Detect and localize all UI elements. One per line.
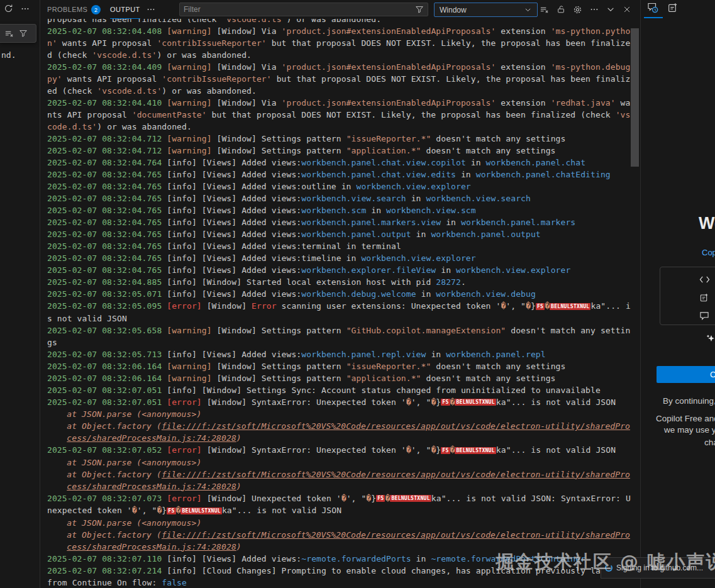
log-segment: in bbox=[366, 206, 386, 215]
log-segment: ka"... is not valid JSON bbox=[496, 397, 616, 407]
log-segment: ) or was abandoned. bbox=[157, 50, 252, 60]
log-segment: [Window] Settings pattern bbox=[212, 146, 346, 155]
close-icon[interactable] bbox=[623, 5, 631, 14]
more-icon[interactable] bbox=[21, 4, 30, 13]
clear-list-icon[interactable] bbox=[4, 29, 14, 38]
log-segment: 'contribIssueReporter' bbox=[162, 74, 271, 84]
log-segment: [Window] Via bbox=[212, 62, 282, 72]
log-segment: 2025-02-07 08:32:04.885 bbox=[47, 277, 167, 287]
log-content: proposal has been finalized (check 'vsco… bbox=[41, 19, 631, 588]
output-channel-value: Window bbox=[440, 6, 467, 14]
log-segment: � bbox=[406, 397, 411, 407]
log-segment: 2025-02-07 08:32:04.765 bbox=[47, 230, 167, 239]
log-segment: 'vscode.d.ts' bbox=[221, 19, 286, 24]
log-segment: [Window] SyntaxError: Unexpected token ' bbox=[202, 397, 406, 407]
log-segment: [Window] Settings pattern bbox=[212, 326, 346, 335]
log-segment: 2025-02-07 08:32:04.409 bbox=[47, 62, 167, 72]
log-segment: 2025-02-07 08:32:05.658 bbox=[47, 326, 167, 335]
log-segment: at Object.factory ( bbox=[67, 421, 162, 431]
filter-input-box bbox=[179, 3, 428, 16]
log-segment: 2025-02-07 08:32:04.765 bbox=[47, 194, 167, 203]
log-segment: Error bbox=[252, 301, 277, 311]
tab-output[interactable]: OUTPUT bbox=[110, 0, 140, 19]
log-segment: workbench.panel.output bbox=[301, 230, 411, 239]
log-segment: � bbox=[526, 301, 531, 311]
log-segment: [info] [Views] Added views: bbox=[167, 194, 301, 203]
unlock-icon[interactable] bbox=[557, 5, 565, 14]
log-segment: [warning] bbox=[167, 326, 211, 335]
log-segment: workbench.view.scm bbox=[386, 206, 476, 215]
log-line: 2025-02-07 08:32:04.712 [warning] [Windo… bbox=[47, 133, 631, 145]
log-segment: [info] [Views] Added views: bbox=[167, 170, 301, 179]
log-segment: workbench.panel.output bbox=[431, 230, 540, 239]
log-segment: "issueReporter.*" bbox=[346, 134, 431, 143]
panel-actions bbox=[540, 0, 631, 19]
log-segment: FS bbox=[536, 303, 545, 310]
more-actions-icon[interactable] bbox=[590, 5, 599, 14]
log-segment: in bbox=[466, 158, 486, 167]
log-segment: [error] bbox=[167, 397, 202, 407]
log-segment: [Window] Unexpected token ' bbox=[202, 494, 341, 503]
log-segment: 'product.json#extensionEnabledApiProposa… bbox=[282, 26, 496, 36]
log-segment: 2025-02-07 08:32:04.408 bbox=[47, 26, 167, 36]
copilot-signin-button[interactable]: C bbox=[657, 366, 715, 383]
log-segment: in bbox=[436, 265, 456, 275]
log-segment: ) bbox=[236, 433, 241, 443]
log-segment: [info] [Views] Added views: bbox=[167, 289, 301, 299]
log-line: 2025-02-07 08:32:05.071 [info] [Views] A… bbox=[47, 288, 631, 300]
clear-output-icon[interactable] bbox=[540, 5, 549, 14]
filter-input[interactable] bbox=[184, 5, 415, 14]
vertical-scrollbar-thumb[interactable] bbox=[631, 28, 639, 167]
log-segment: in bbox=[406, 194, 426, 203]
output-channel-select[interactable]: Window bbox=[434, 3, 538, 17]
copilot-panel-tabs bbox=[646, 2, 678, 14]
log-segment: at JSON.parse (<anonymous>) bbox=[67, 518, 201, 528]
log-segment: � bbox=[545, 301, 550, 311]
log-segment: BELNULSTXNUL bbox=[455, 447, 496, 454]
chevron-down-icon[interactable] bbox=[606, 5, 615, 14]
log-segment: wants API proposal bbox=[57, 38, 157, 48]
copilot-chat-history-icon[interactable] bbox=[646, 2, 659, 14]
settings-gear-icon[interactable] bbox=[573, 5, 582, 14]
log-segment: workbench.panel.markers bbox=[461, 218, 575, 227]
new-chat-icon[interactable] bbox=[667, 3, 678, 13]
log-line: 2025-02-07 08:32:04.765 [info] [Views] A… bbox=[47, 240, 631, 252]
log-segment: "GitHub.copilot.manageExtension" bbox=[346, 326, 506, 335]
log-line: 2025-02-07 08:32:07.214 [info] [Cloud Ch… bbox=[47, 565, 631, 588]
log-line: 2025-02-07 08:32:04.765 [info] [Views] A… bbox=[47, 216, 631, 228]
log-line: 2025-02-07 08:32:04.765 [info] [Views] A… bbox=[47, 169, 631, 180]
log-segment: [info] [Views] Added views: bbox=[167, 265, 301, 275]
log-segment: 'vscode.d.ts' bbox=[92, 50, 157, 60]
log-segment: workbench.view.explorer bbox=[361, 253, 475, 263]
log-segment: � bbox=[132, 506, 137, 515]
tab-problems[interactable]: PROBLEMS bbox=[47, 0, 87, 19]
copilot-features-box bbox=[660, 267, 715, 325]
log-segment: "issueReporter.*" bbox=[346, 362, 431, 371]
log-line: 2025-02-07 08:32:06.164 [warning] [Windo… bbox=[47, 360, 631, 372]
log-segment: [warning] bbox=[167, 146, 211, 155]
log-segment: [Window] Settings pattern bbox=[212, 362, 346, 371]
panel-tabs-more-icon[interactable] bbox=[147, 0, 155, 19]
copilot-info-link[interactable]: Cop bbox=[702, 248, 715, 257]
log-segment: workbench.scm bbox=[301, 206, 366, 215]
log-segment: in bbox=[456, 170, 476, 179]
filter-funnel-icon[interactable] bbox=[415, 5, 424, 14]
log-line: 2025-02-07 08:32:04.409 [warning] [Windo… bbox=[47, 61, 631, 97]
log-segment: 'documentPaste' bbox=[132, 110, 207, 119]
log-segment: workbench.debug.welcome bbox=[301, 289, 416, 299]
log-segment: � bbox=[341, 494, 346, 503]
refresh-icon[interactable] bbox=[4, 4, 13, 13]
log-line: 2025-02-07 08:32:04.765 [info] [Views] A… bbox=[47, 180, 631, 192]
log-segment: 2025-02-07 08:32:04.764 bbox=[47, 158, 167, 167]
log-segment: workbench.view.search bbox=[301, 194, 406, 203]
filter-funnel-icon[interactable] bbox=[19, 29, 28, 38]
log-segment: ) bbox=[236, 542, 241, 552]
log-segment: ~remote.forwardedPortsContainer bbox=[431, 554, 585, 563]
log-segment: ka"... is not valid JSON bbox=[496, 445, 616, 455]
output-log-area[interactable]: proposal has been finalized (check 'vsco… bbox=[41, 19, 631, 588]
log-segment: wants API proposal bbox=[62, 74, 162, 84]
spinner-icon bbox=[605, 564, 612, 572]
log-line: 2025-02-07 08:32:05.713 [info] [Views] A… bbox=[47, 348, 631, 360]
log-segment: ', " bbox=[346, 494, 367, 503]
log-segment: doesn't match any settings bbox=[421, 374, 556, 383]
